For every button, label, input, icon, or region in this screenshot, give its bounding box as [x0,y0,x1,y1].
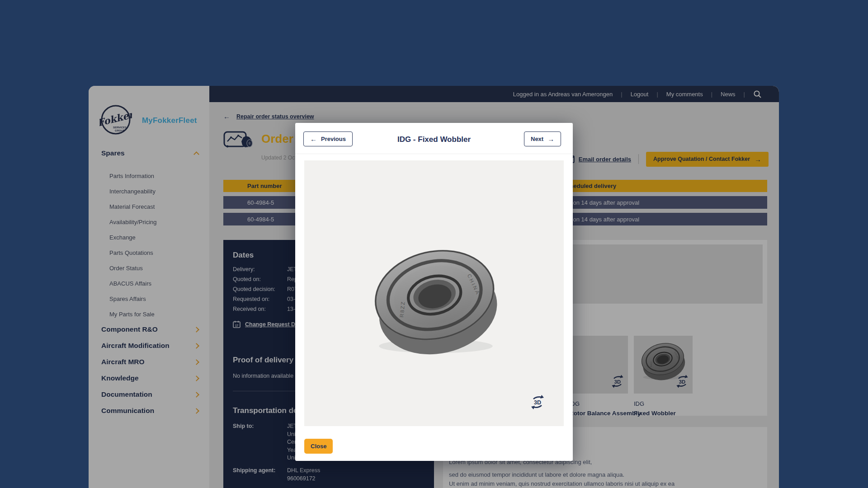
chevron-right-icon [193,408,199,414]
part-image-area [304,160,564,426]
next-button[interactable]: Next → [524,131,561,146]
chevron-right-icon [193,327,199,333]
calendar-icon: 17 [233,320,241,328]
sidebar-item-order-status[interactable]: Order Status [109,265,157,272]
sidebar-item-aircraft-modification[interactable]: Aircraft Modification [101,342,198,350]
thumbnail-fixed-wobbler[interactable] [634,336,693,394]
part-viewer-modal: ← Previous IDG - Fixed Wobbler Next → Cl… [295,123,573,461]
proof-empty-text: No information available [233,373,293,379]
rotate-3d-icon[interactable] [528,393,547,413]
fokker-logo[interactable]: Fokker SERVICES GROUP [99,103,132,138]
arrow-right-icon: → [547,136,554,142]
svg-text:17: 17 [235,324,239,327]
search-icon[interactable] [753,90,762,99]
arrow-right-icon: → [755,156,761,163]
sidebar-item-parts-information[interactable]: Parts Information [109,173,157,179]
order-details-icon [223,129,256,153]
sidebar-item-communication[interactable]: Communication [101,407,198,415]
rotate-3d-icon[interactable] [674,373,690,392]
my-comments-link[interactable]: My comments [666,91,703,98]
email-order-details-link[interactable]: Email order details [565,155,631,163]
app-title: MyFokkerFleet [142,116,197,125]
order-actions: Email order details Approve Quatation / … [565,151,769,167]
divider [295,154,573,154]
change-request-date-link[interactable]: 17 Change Request Date [233,320,303,328]
sidebar-item-documentation[interactable]: Documentation [101,390,198,399]
topbar: Logged in as Andreas van Amerongen | Log… [209,86,779,102]
chevron-up-icon [193,151,199,157]
sidebar-item-abacus-affairs[interactable]: ABACUS Affairs [109,280,157,287]
thumbnail-label: IDG Fixed Wobbler [634,400,676,417]
chevron-right-icon [193,375,199,381]
thumbnail-label: IDG Rotor Balance Assembly [569,400,641,417]
svg-text:GROUP: GROUP [115,129,125,132]
sidebar-item-aircraft-mro[interactable]: Aircraft MRO [101,358,198,366]
close-button[interactable]: Close [304,439,333,454]
sidebar-item-knowledge[interactable]: Knowledge [101,374,198,382]
rotate-3d-icon[interactable] [609,373,626,392]
bearing-image [366,240,506,361]
logged-in-user: Logged in as Andreas van Amerongen [513,91,613,98]
screen: Fokker SERVICES GROUP MyFokkerFleet Spar… [0,0,868,488]
chevron-right-icon [193,343,199,349]
sidebar-item-component-ro[interactable]: Component R&O [101,325,198,333]
sidebar-submenu-spares: Parts Information Interchangeability Mat… [109,173,157,318]
shipping-agent-row: Shipping agent: DHL Express 960069172 [233,467,320,483]
sidebar-item-spares[interactable]: Spares [101,149,198,157]
description-text: Lorem ipsum dolor sit amet, consectetur … [449,458,675,488]
thumbnail-rotor-balance-assembly[interactable] [569,336,628,394]
logout-link[interactable]: Logout [631,91,649,98]
dates-title: Dates [233,251,254,260]
approve-quotation-button[interactable]: Approve Quatation / Contact Fokker → [646,152,769,167]
ship-to-row: Ship to: JET Unit Cem Yea Unit [233,422,299,462]
sidebar-item-spares-affairs[interactable]: Spares Affairs [109,296,157,302]
chevron-right-icon [193,359,199,365]
sidebar-item-exchange[interactable]: Exchange [109,234,157,241]
arrow-left-icon: ← [223,113,230,120]
chevron-right-icon [193,392,199,398]
sidebar-item-material-forecast[interactable]: Material Forecast [109,203,157,210]
dates-fields: Delivery:JET Quoted on:Rep Quoted decisi… [233,266,299,314]
sidebar-item-parts-quotations[interactable]: Parts Quotations [109,249,157,256]
sidebar-item-my-parts-for-sale[interactable]: My Parts for Sale [109,311,157,318]
sidebar-item-availability-pricing[interactable]: Availability/Pricing [109,219,157,225]
news-link[interactable]: News [721,91,736,98]
breadcrumb[interactable]: ← Repair order status overview [223,113,314,120]
sidebar: Fokker SERVICES GROUP MyFokkerFleet Spar… [89,86,209,488]
svg-text:SERVICES: SERVICES [113,126,127,129]
sidebar-item-interchangeability[interactable]: Interchangeability [109,188,157,195]
